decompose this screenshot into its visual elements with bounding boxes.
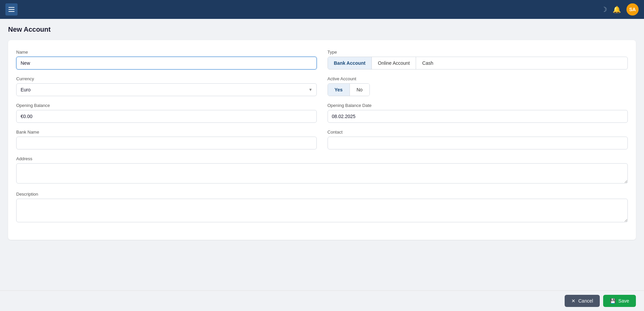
opening-balance-input[interactable] xyxy=(16,110,317,123)
page-title: New Account xyxy=(8,26,636,33)
main-content: New Account Name Type Bank Account Onlin… xyxy=(0,19,644,311)
user-avatar[interactable]: SA xyxy=(626,3,639,16)
active-account-group: Active Account Yes No xyxy=(328,76,628,96)
description-textarea[interactable] xyxy=(16,199,628,222)
bank-name-input[interactable] xyxy=(16,137,317,149)
active-yes-button[interactable]: Yes xyxy=(328,84,350,96)
row-currency-active: Currency Euro USD GBP ▼ Active Account Y… xyxy=(16,76,628,96)
type-online-account-button[interactable]: Online Account xyxy=(372,57,416,69)
row-address: Address xyxy=(16,156,628,185)
save-icon: 💾 xyxy=(610,298,616,304)
active-account-button-group: Yes No xyxy=(328,83,370,96)
opening-balance-group: Opening Balance xyxy=(16,103,317,123)
save-label: Save xyxy=(618,298,629,304)
active-account-label: Active Account xyxy=(328,76,628,81)
app-header: ☽ 🔔 SA xyxy=(0,0,644,19)
hamburger-line-2 xyxy=(8,9,15,10)
cancel-icon: ✕ xyxy=(571,298,575,304)
cancel-label: Cancel xyxy=(578,298,593,304)
hamburger-line-3 xyxy=(8,11,15,12)
form-container: Name Type Bank Account Online Account Ca… xyxy=(8,40,636,240)
name-label: Name xyxy=(16,50,317,55)
bank-name-group: Bank Name xyxy=(16,130,317,149)
header-right: ☽ 🔔 SA xyxy=(601,3,639,16)
notifications-icon[interactable]: 🔔 xyxy=(613,5,621,13)
type-bank-account-button[interactable]: Bank Account xyxy=(328,57,372,69)
currency-select-wrapper: Euro USD GBP ▼ xyxy=(16,83,317,96)
address-label: Address xyxy=(16,156,628,161)
dark-mode-icon[interactable]: ☽ xyxy=(601,5,607,13)
currency-select[interactable]: Euro USD GBP xyxy=(16,83,317,96)
contact-input[interactable] xyxy=(328,137,628,149)
address-textarea[interactable] xyxy=(16,163,628,183)
type-cash-button[interactable]: Cash xyxy=(416,57,439,69)
hamburger-line-1 xyxy=(8,7,15,8)
avatar-initials: SA xyxy=(629,7,636,12)
name-input[interactable] xyxy=(16,57,317,69)
row-description: Description xyxy=(16,192,628,224)
save-button[interactable]: 💾 Save xyxy=(603,295,636,307)
bank-name-label: Bank Name xyxy=(16,130,317,135)
opening-balance-label: Opening Balance xyxy=(16,103,317,108)
type-label: Type xyxy=(328,50,628,55)
currency-group: Currency Euro USD GBP ▼ xyxy=(16,76,317,96)
opening-balance-date-group: Opening Balance Date xyxy=(328,103,628,123)
cancel-button[interactable]: ✕ Cancel xyxy=(565,295,600,307)
contact-group: Contact xyxy=(328,130,628,149)
address-group: Address xyxy=(16,156,628,185)
row-bank-contact: Bank Name Contact xyxy=(16,130,628,149)
form-footer: ✕ Cancel 💾 Save xyxy=(0,290,644,311)
header-left xyxy=(5,3,18,16)
opening-balance-date-label: Opening Balance Date xyxy=(328,103,628,108)
type-button-group: Bank Account Online Account Cash xyxy=(328,57,628,69)
type-group: Type Bank Account Online Account Cash xyxy=(328,50,628,69)
description-label: Description xyxy=(16,192,628,197)
description-group: Description xyxy=(16,192,628,224)
hamburger-button[interactable] xyxy=(5,3,18,16)
contact-label: Contact xyxy=(328,130,628,135)
opening-balance-date-input[interactable] xyxy=(328,110,628,123)
currency-label: Currency xyxy=(16,76,317,81)
name-group: Name xyxy=(16,50,317,69)
row-name-type: Name Type Bank Account Online Account Ca… xyxy=(16,50,628,69)
row-balance-date: Opening Balance Opening Balance Date xyxy=(16,103,628,123)
active-no-button[interactable]: No xyxy=(350,84,369,96)
